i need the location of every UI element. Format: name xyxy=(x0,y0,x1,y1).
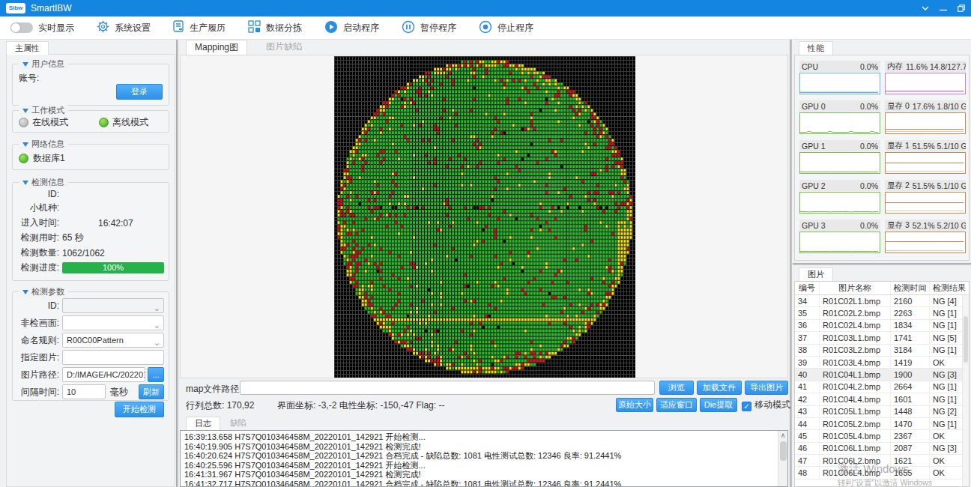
load-file-button[interactable]: 加载文件 xyxy=(697,381,742,395)
perf-name: 显存 1 xyxy=(887,141,910,151)
tab-log[interactable]: 日志 xyxy=(186,417,220,430)
minimize-icon[interactable] xyxy=(940,5,947,11)
table-row[interactable]: 43R01C05L1.bmp1448NG [2] xyxy=(795,406,969,418)
login-button[interactable]: 登录 xyxy=(116,84,163,100)
table-row[interactable]: 45R01C05L4.bmp2367OK xyxy=(795,430,969,442)
play-icon xyxy=(324,20,338,36)
table-row[interactable]: 38R01C03L2.bmp3184NG [1] xyxy=(795,345,969,357)
table-header-cell[interactable]: 检测结果 xyxy=(930,282,969,294)
table-row[interactable]: 42R01C04L4.bmp1601NG [1] xyxy=(795,393,969,405)
start-program-button[interactable]: 启动程序 xyxy=(324,20,379,36)
restore-icon[interactable] xyxy=(958,4,965,12)
table-row[interactable]: 41R01C04L2.bmp2664NG [1] xyxy=(795,381,969,393)
stop-program-button[interactable]: 停止程序 xyxy=(479,20,533,36)
perf-cell: 显存 352.1% 5.2/10 GB xyxy=(885,220,966,253)
chevron-down-icon: ⌄ xyxy=(154,301,160,313)
production-history-button[interactable]: 生产履历 xyxy=(173,20,226,35)
tab-performance[interactable]: 性能 xyxy=(799,41,833,55)
original-size-button[interactable]: 原始大小 xyxy=(616,398,653,412)
status-green-icon xyxy=(19,154,28,163)
export-image-button[interactable]: 导出图片 xyxy=(745,381,788,395)
browse-map-button[interactable]: 浏览 xyxy=(659,381,694,395)
table-cell: 38 xyxy=(795,345,820,356)
log-scrollbar[interactable]: ∧ xyxy=(778,431,787,486)
pause-program-button[interactable]: 暂停程序 xyxy=(402,20,456,36)
move-mode-label: 移动模式 xyxy=(754,399,790,410)
log-lines: 16:39:13.658 H7S7Q010346458M_20220101_14… xyxy=(181,431,777,487)
left-splitter[interactable] xyxy=(176,40,178,487)
table-row[interactable]: 48R01C06L4.bmp1655OK xyxy=(795,467,969,479)
table-cell: R01C03L1.bmp xyxy=(820,332,891,343)
chevron-down-icon[interactable] xyxy=(922,6,929,11)
interval-value: 10 xyxy=(67,387,76,396)
naming-rule-select[interactable]: R00C00Pattern⌄ xyxy=(62,333,164,348)
move-mode-checkbox[interactable]: ✓移动模式 xyxy=(742,399,790,411)
table-row[interactable]: 39R01C03L4.bmp1419OK xyxy=(795,357,969,369)
interval-input[interactable]: 10 xyxy=(62,384,106,399)
online-mode-radio[interactable]: 在线模式 xyxy=(19,116,68,129)
table-row[interactable]: 37R01C03L1.bmp1741NG [5] xyxy=(795,332,969,344)
table-row[interactable]: 35R01C02L2.bmp2263NG [1] xyxy=(795,307,969,319)
system-settings-button[interactable]: 系统设置 xyxy=(97,20,151,35)
table-header-cell[interactable]: 检测时间 xyxy=(891,282,930,294)
skip-screen-select[interactable]: ⌄ xyxy=(62,315,164,330)
screen-gutter xyxy=(971,0,980,487)
right-panel-splitter[interactable] xyxy=(793,263,971,265)
checkbox-checked-icon[interactable]: ✓ xyxy=(742,402,751,411)
die-extract-button[interactable]: Die提取 xyxy=(700,398,737,412)
refresh-button[interactable]: 刷新 xyxy=(139,384,164,399)
perf-sparkline xyxy=(799,73,880,94)
map-path-input[interactable] xyxy=(240,381,655,395)
log-line: 16:40:20.624 H7S7Q010346458M_20220101_14… xyxy=(184,451,773,461)
start-detect-button[interactable]: 开始检测 xyxy=(115,402,164,417)
table-row[interactable]: 34R01C02L1.bmp2160NG [4] xyxy=(795,295,969,307)
gear-icon xyxy=(97,20,109,35)
map-viewport[interactable] xyxy=(180,55,788,378)
log-line: 16:40:25.596 H7S7Q010346458M_20220101_14… xyxy=(184,461,773,471)
interval-unit-label: 毫秒 xyxy=(110,386,128,399)
tab-main-properties[interactable]: 主属性 xyxy=(6,41,49,55)
table-row[interactable]: 40R01C04L1.bmp1900NG [3] xyxy=(795,369,969,381)
toggle-switch-icon[interactable] xyxy=(10,22,33,33)
specify-image-input[interactable] xyxy=(62,350,164,365)
right-splitter[interactable] xyxy=(790,40,792,487)
log-box[interactable]: 16:39:13.658 H7S7Q010346458M_20220101_14… xyxy=(180,430,788,487)
table-scroll-thumb[interactable] xyxy=(964,316,968,363)
table-row[interactable]: 36R01C02L4.bmp1834NG [1] xyxy=(795,320,969,332)
table-header-cell[interactable]: 图片名称 xyxy=(820,282,891,294)
table-row[interactable]: 44R01C05L2.bmp1470NG [1] xyxy=(795,418,969,430)
collapse-triangle-icon[interactable] xyxy=(22,109,28,113)
title-bar: Sibw SmartIBW xyxy=(0,0,971,16)
browse-path-button[interactable]: ... xyxy=(148,367,164,382)
table-scrollbar[interactable] xyxy=(962,295,969,486)
perf-cell: GPU 10.0% xyxy=(799,140,880,174)
scroll-up-icon[interactable]: ∧ xyxy=(778,431,787,440)
collapse-triangle-icon[interactable] xyxy=(22,181,28,185)
table-cell: 2160 xyxy=(891,295,930,306)
table-row[interactable]: 47R01C06L2.bmp1621OK xyxy=(795,455,969,467)
table-cell: 2087 xyxy=(891,443,930,454)
fit-window-button[interactable]: 适应窗口 xyxy=(656,398,697,412)
table-cell: 1655 xyxy=(891,467,930,478)
collapse-triangle-icon[interactable] xyxy=(22,62,28,67)
tab-image-defect[interactable]: 图片缺陷 xyxy=(258,40,310,55)
wafer-map-canvas[interactable] xyxy=(334,56,635,378)
tab-defect[interactable]: 缺陷 xyxy=(222,417,255,430)
realtime-display-toggle[interactable]: 实时显示 xyxy=(10,22,74,34)
table-cell: 1470 xyxy=(891,418,930,429)
tab-mapping[interactable]: Mapping图 xyxy=(186,40,247,55)
group-detect-params: 检测参数 ID: ⌄ 非检画面: ⌄ 命名规则: R00C00Pattern⌄ … xyxy=(12,291,169,401)
table-row[interactable]: 46R01C06L1.bmp2087NG [3] xyxy=(795,443,969,455)
collapse-triangle-icon[interactable] xyxy=(22,290,28,294)
log-scroll-thumb[interactable] xyxy=(780,441,787,461)
offline-mode-radio[interactable]: 离线模式 xyxy=(99,116,148,129)
group-work-mode: 工作模式 在线模式 离线模式 xyxy=(12,110,169,133)
data-sorting-button[interactable]: 数据分拣 xyxy=(248,20,302,35)
collapse-triangle-icon[interactable] xyxy=(22,142,28,147)
tab-images[interactable]: 图片 xyxy=(799,267,833,281)
table-header-cell[interactable]: 编号 xyxy=(795,282,820,294)
perf-name: 显存 0 xyxy=(887,101,910,112)
rowcol-value: 170,92 xyxy=(227,400,255,411)
image-path-input[interactable]: D:/IMAGE/HC/20220101 xyxy=(62,367,145,382)
param-id-select[interactable]: ⌄ xyxy=(62,298,164,313)
